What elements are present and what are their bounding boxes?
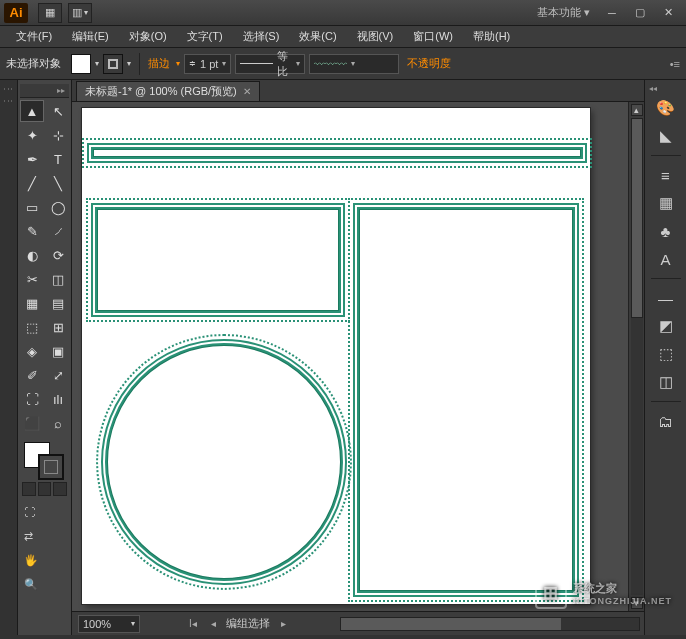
graph-tool[interactable]: ılı bbox=[46, 388, 70, 410]
rectangle-tool[interactable]: ▭ bbox=[20, 196, 44, 218]
rotate-tool[interactable]: ⟳ bbox=[46, 244, 70, 266]
scissors-tool[interactable]: ✂ bbox=[20, 268, 44, 290]
vertical-scroll-thumb[interactable] bbox=[631, 118, 643, 318]
opacity-label[interactable]: 不透明度 bbox=[407, 56, 451, 71]
magic-wand-tool[interactable]: ✦ bbox=[20, 124, 44, 146]
brush-dropdown[interactable]: 〰〰〰▾ bbox=[309, 54, 399, 74]
swatches-panel-icon[interactable]: ▦ bbox=[652, 190, 680, 216]
menu-file[interactable]: 文件(F) bbox=[6, 29, 62, 44]
stroke-color-icon[interactable] bbox=[38, 454, 64, 480]
blend-tool[interactable]: ✐ bbox=[20, 364, 44, 386]
toolbox-collapse[interactable]: ▸▸ bbox=[20, 84, 69, 98]
free-transform-tool[interactable]: ▦ bbox=[20, 292, 44, 314]
menu-effect[interactable]: 效果(C) bbox=[289, 29, 346, 44]
status-mode-label: 编组选择 bbox=[226, 616, 270, 631]
symbol-tool[interactable]: ⤢ bbox=[46, 364, 70, 386]
brushes-panel-icon[interactable]: — bbox=[652, 285, 680, 311]
segment-tool[interactable]: ╲ bbox=[46, 172, 70, 194]
status-dropdown-icon[interactable]: ▸ bbox=[276, 617, 290, 631]
horizontal-scrollbar[interactable] bbox=[340, 617, 640, 631]
menu-edit[interactable]: 编辑(E) bbox=[62, 29, 119, 44]
graphic-styles-panel-icon[interactable]: ◫ bbox=[652, 369, 680, 395]
minimize-button[interactable]: ─ bbox=[598, 4, 626, 22]
pencil-tool[interactable]: ⟋ bbox=[46, 220, 70, 242]
slice-tool[interactable]: ⬛ bbox=[20, 412, 44, 434]
change-screen-tool[interactable]: ⇄ bbox=[24, 526, 46, 546]
art-frame-rect-small[interactable] bbox=[96, 208, 340, 312]
artboard-tool[interactable]: ⛶ bbox=[20, 388, 44, 410]
appearance-panel-icon[interactable]: ⬚ bbox=[652, 341, 680, 367]
artboard[interactable] bbox=[82, 108, 590, 604]
zoom-tool[interactable]: 🔍 bbox=[24, 574, 46, 594]
color-panel-icon[interactable]: 🎨 bbox=[652, 95, 680, 121]
arrange-docs-icon[interactable]: ▥▾ bbox=[68, 3, 92, 23]
hand-tool[interactable]: 🖐 bbox=[24, 550, 46, 570]
scroll-up-icon[interactable]: ▴ bbox=[631, 104, 643, 116]
stroke-panel-icon[interactable]: ≡ bbox=[652, 162, 680, 188]
artboard-prev-icon[interactable]: ◂ bbox=[206, 617, 220, 631]
direct-selection-tool[interactable]: ↖ bbox=[46, 100, 70, 122]
type-tool[interactable]: T bbox=[46, 148, 70, 170]
art-frame-circle[interactable] bbox=[106, 344, 342, 580]
control-bar: 未选择对象 ▾ ▾ 描边 ▾ ≑1 pt▾ 等比▾ 〰〰〰▾ 不透明度 •≡ bbox=[0, 48, 686, 80]
gradient-tool[interactable]: ◈ bbox=[20, 340, 44, 362]
screen-mode-tool[interactable]: ⛶ bbox=[24, 502, 46, 522]
horizontal-scroll-thumb[interactable] bbox=[341, 618, 561, 630]
scroll-down-icon[interactable]: ▾ bbox=[631, 597, 643, 609]
menu-window[interactable]: 窗口(W) bbox=[403, 29, 463, 44]
blob-tool[interactable]: ◐ bbox=[20, 244, 44, 266]
artboard-first-icon[interactable]: I◂ bbox=[186, 617, 200, 631]
brush-tool[interactable]: ✎ bbox=[20, 220, 44, 242]
stroke-label[interactable]: 描边 bbox=[148, 56, 170, 71]
width-tool[interactable]: ◫ bbox=[46, 268, 70, 290]
bridge-icon[interactable]: ▦ bbox=[38, 3, 62, 23]
menu-help[interactable]: 帮助(H) bbox=[463, 29, 520, 44]
menu-object[interactable]: 对象(O) bbox=[119, 29, 177, 44]
art-border-strip[interactable] bbox=[92, 148, 582, 158]
lasso-tool[interactable]: ⊹ bbox=[46, 124, 70, 146]
close-tab-icon[interactable]: ✕ bbox=[243, 86, 251, 97]
character-panel-icon[interactable]: A bbox=[652, 246, 680, 272]
mode-none[interactable] bbox=[53, 482, 67, 496]
layers-panel-icon[interactable]: 🗂 bbox=[652, 408, 680, 434]
selection-tool[interactable]: ▲ bbox=[20, 100, 44, 122]
transparency-panel-icon[interactable]: ◩ bbox=[652, 313, 680, 339]
ellipse-tool[interactable]: ◯ bbox=[46, 196, 70, 218]
stroke-swatch[interactable] bbox=[103, 54, 123, 74]
pen-tool[interactable]: ✒ bbox=[20, 148, 44, 170]
document-area: 未标题-1* @ 100% (RGB/预览) ✕ ▴ ▾ 100%▾ bbox=[72, 80, 644, 635]
mesh-tool[interactable]: ⊞ bbox=[46, 316, 70, 338]
art-frame-rect-tall[interactable] bbox=[358, 208, 574, 592]
status-bar: 100%▾ I◂ ◂ 编组选择 ▸ bbox=[72, 611, 644, 635]
stroke-weight-input[interactable]: ≑1 pt▾ bbox=[184, 54, 231, 74]
profile-dropdown[interactable]: 等比▾ bbox=[235, 54, 305, 74]
document-tab[interactable]: 未标题-1* @ 100% (RGB/预览) ✕ bbox=[76, 81, 260, 101]
document-tab-label: 未标题-1* @ 100% (RGB/预览) bbox=[85, 84, 237, 99]
mode-gradient[interactable] bbox=[38, 482, 52, 496]
maximize-button[interactable]: ▢ bbox=[626, 4, 654, 22]
mode-color[interactable] bbox=[22, 482, 36, 496]
fill-stroke-swatches[interactable] bbox=[20, 440, 69, 480]
menu-select[interactable]: 选择(S) bbox=[233, 29, 290, 44]
line-tool[interactable]: ╱ bbox=[20, 172, 44, 194]
zoom-tool-alt[interactable]: ⌕ bbox=[46, 412, 70, 434]
shape-builder-tool[interactable]: ▤ bbox=[46, 292, 70, 314]
menu-view[interactable]: 视图(V) bbox=[347, 29, 404, 44]
menu-type[interactable]: 文字(T) bbox=[177, 29, 233, 44]
menu-bar: 文件(F) 编辑(E) 对象(O) 文字(T) 选择(S) 效果(C) 视图(V… bbox=[0, 26, 686, 48]
perspective-tool[interactable]: ⬚ bbox=[20, 316, 44, 338]
workspace-switcher[interactable]: 基本功能 ▾ bbox=[537, 5, 590, 20]
title-bar: Ai ▦ ▥▾ 基本功能 ▾ ─ ▢ ✕ bbox=[0, 0, 686, 26]
zoom-dropdown[interactable]: 100%▾ bbox=[78, 615, 140, 633]
dock-collapse-icon[interactable]: ◂◂ bbox=[649, 84, 657, 93]
main-area: ⋮⋮ ▸▸ ▲ ↖ ✦ ⊹ ✒ T ╱ ╲ ▭ ◯ ✎ ⟋ ◐ ⟳ ✂ ◫ ▦ … bbox=[0, 80, 686, 635]
close-window-button[interactable]: ✕ bbox=[654, 4, 682, 22]
color-guide-panel-icon[interactable]: ◣ bbox=[652, 123, 680, 149]
canvas[interactable] bbox=[72, 102, 628, 611]
fill-swatch[interactable] bbox=[71, 54, 91, 74]
symbols-panel-icon[interactable]: ♣ bbox=[652, 218, 680, 244]
control-bar-menu-icon[interactable]: •≡ bbox=[670, 58, 680, 70]
vertical-scrollbar[interactable]: ▴ ▾ bbox=[628, 102, 644, 611]
left-dock-strip[interactable]: ⋮⋮ bbox=[0, 80, 18, 635]
eyedropper-tool[interactable]: ▣ bbox=[46, 340, 70, 362]
